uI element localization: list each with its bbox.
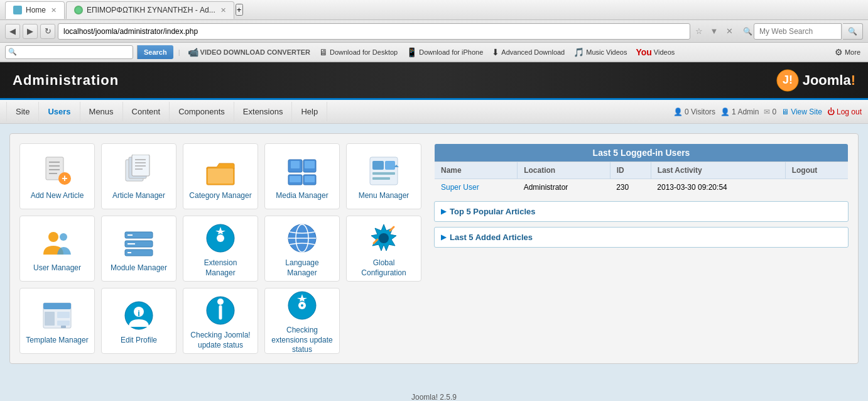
- user-id-cell: 230: [610, 179, 651, 196]
- top5-header[interactable]: ▶ Top 5 Popular Articles: [435, 202, 848, 221]
- top5-label: Top 5 Popular Articles: [450, 207, 536, 216]
- bookmark-search-input[interactable]: [19, 48, 133, 56]
- bookmark-videos[interactable]: You Videos: [633, 46, 677, 58]
- bookmark-iphone-label: Download for iPhone: [419, 48, 483, 56]
- new-tab-button[interactable]: +: [236, 4, 243, 16]
- nav-site[interactable]: Site: [6, 102, 39, 121]
- language-manager-icon: [286, 222, 318, 255]
- admin-label: 1 Admin: [732, 107, 759, 116]
- home-tab-close[interactable]: ✕: [51, 6, 57, 14]
- browser-tab-home[interactable]: Home ✕: [5, 1, 65, 19]
- tile-global-configuration[interactable]: Global Configuration: [346, 216, 421, 282]
- view-site-link[interactable]: 🖥 View Site: [781, 107, 822, 116]
- bookmark-download-iphone[interactable]: 📱 Download for iPhone: [404, 46, 486, 58]
- admin-title: Administration: [13, 72, 119, 89]
- bookmark-advanced-download[interactable]: ⬇ Advanced Download: [489, 46, 567, 58]
- tile-menu-manager[interactable]: Menu Manager: [346, 143, 421, 209]
- address-bar[interactable]: [58, 23, 690, 40]
- edit-profile-label: Edit Profile: [121, 336, 157, 346]
- add-article-icon: +: [41, 155, 73, 187]
- greek-tab-label: ΕΠΙΜΟΡΦΩΤΙΚΗ ΣΥΝΑΝΤΗΣΗ - Ad...: [87, 6, 215, 14]
- bookmark-video-converter[interactable]: 📹 VIDEO DOWNLOAD CONVERTER: [185, 46, 313, 58]
- tile-add-new-article[interactable]: + Add New Article: [19, 143, 95, 209]
- bookmark-search-button[interactable]: Search: [137, 45, 173, 59]
- tile-extension-manager[interactable]: Extension Manager: [183, 216, 258, 282]
- top5-section: ▶ Top 5 Popular Articles: [434, 201, 849, 222]
- admin-footer: Joomla! 2.5.9 Joomla!® is free software …: [0, 388, 868, 401]
- bookmark-download-desktop[interactable]: 🖥 Download for Desktop: [317, 46, 400, 58]
- bookmark-search-box[interactable]: 🔍: [5, 45, 133, 59]
- super-user-link[interactable]: Super User: [441, 183, 479, 192]
- tile-article-manager[interactable]: Article Manager: [101, 143, 176, 209]
- col-last-activity: Last Activity: [651, 162, 785, 179]
- svg-point-57: [217, 299, 224, 305]
- bookmark-music-videos[interactable]: 🎵 Music Videos: [571, 46, 629, 58]
- download-iphone-icon: 📱: [406, 47, 417, 57]
- admin-wrapper: Administration J! Joomla! Site Users Men…: [0, 62, 868, 401]
- video-converter-icon: 📹: [188, 47, 198, 57]
- media-manager-icon: [286, 155, 318, 187]
- bookmark-divider: |: [178, 48, 180, 56]
- back-button[interactable]: ◀: [5, 24, 20, 39]
- svg-rect-48: [43, 303, 71, 309]
- messages-indicator[interactable]: ✉ 0: [764, 107, 776, 116]
- nav-menus[interactable]: Menus: [80, 102, 123, 121]
- admin-header: Administration J! Joomla!: [0, 62, 868, 100]
- user-logout-cell: [785, 179, 848, 196]
- last5-header[interactable]: ▶ Last 5 Added Articles: [435, 228, 848, 247]
- nav-help[interactable]: Help: [292, 102, 327, 121]
- bookmark-videos-label: Videos: [654, 48, 675, 56]
- col-id: ID: [610, 162, 651, 179]
- col-logout: Logout: [785, 162, 848, 179]
- tile-edit-profile[interactable]: i Edit Profile: [101, 288, 176, 354]
- visitors-icon: 👤: [673, 107, 683, 116]
- tile-template-manager[interactable]: Template Manager: [19, 288, 95, 354]
- tile-checking-extensions[interactable]: Checking extensions update status: [264, 288, 340, 354]
- reload-button[interactable]: ↻: [40, 24, 55, 39]
- user-name-cell[interactable]: Super User: [435, 179, 518, 196]
- tile-checking-joomla[interactable]: Checking Joomla! update status: [183, 288, 258, 354]
- browser-tab-greek[interactable]: ΕΠΙΜΟΡΦΩΤΙΚΗ ΣΥΝΑΝΤΗΣΗ - Ad... ✕: [66, 1, 234, 19]
- nav-extensions[interactable]: Extensions: [234, 102, 293, 121]
- browser-search-area: 🔍 🔍: [743, 23, 863, 40]
- table-header-row: Name Location ID Last Activity Logout: [435, 162, 849, 179]
- col-name: Name: [435, 162, 518, 179]
- joomla-logo: J! Joomla!: [776, 69, 855, 92]
- forward-button[interactable]: ▶: [23, 24, 38, 39]
- nav-components[interactable]: Components: [170, 102, 234, 121]
- tile-user-manager[interactable]: User Manager: [19, 216, 95, 282]
- footer-version: Joomla! 2.5.9: [5, 393, 863, 401]
- svg-point-42: [217, 234, 224, 242]
- bookmark-more[interactable]: ⚙ More: [832, 46, 863, 58]
- global-configuration-icon: [367, 222, 400, 255]
- browser-search-button[interactable]: 🔍: [843, 23, 863, 40]
- home-btn[interactable]: ✕: [723, 25, 735, 38]
- browser-search-input[interactable]: [754, 23, 842, 40]
- home-tab-favicon: [13, 6, 22, 14]
- youtube-icon: You: [636, 47, 651, 57]
- icon-grid: + Add New Article: [19, 143, 421, 354]
- nav-content[interactable]: Content: [123, 102, 170, 121]
- tile-module-manager[interactable]: Module Manager: [101, 216, 176, 282]
- svg-rect-30: [372, 177, 390, 180]
- nav-users[interactable]: Users: [39, 102, 80, 121]
- tile-media-manager[interactable]: Media Manager: [264, 143, 340, 209]
- check-extensions-icon: [286, 289, 318, 322]
- main-nav-menu: Site Users Menus Content Components Exte…: [6, 102, 327, 121]
- svg-text:+: +: [62, 173, 67, 184]
- logout-label: Log out: [837, 107, 862, 116]
- media-manager-label: Media Manager: [276, 191, 328, 201]
- global-configuration-label: Global Configuration: [352, 258, 416, 278]
- bookmark-search-icon: 🔍: [6, 48, 19, 56]
- nav-controls: ◀ ▶ ↻ ☆ ▼ ✕ 🔍 🔍: [0, 20, 868, 43]
- svg-rect-17: [208, 168, 233, 184]
- browser-title-bar: Home ✕ ΕΠΙΜΟΡΦΩΤΙΚΗ ΣΥΝΑΝΤΗΣΗ - Ad... ✕ …: [0, 0, 868, 20]
- advanced-download-icon: ⬇: [492, 47, 499, 57]
- tile-category-manager[interactable]: Category Manager: [183, 143, 258, 209]
- greek-tab-close[interactable]: ✕: [220, 6, 226, 14]
- bookmark-star[interactable]: ☆: [693, 25, 705, 38]
- bookmark-star2[interactable]: ▼: [708, 25, 720, 38]
- tile-language-manager[interactable]: Language Manager: [264, 216, 340, 282]
- logout-button[interactable]: ⏻ Log out: [827, 107, 862, 116]
- user-activity-cell: 2013-03-30 09:20:54: [651, 179, 785, 196]
